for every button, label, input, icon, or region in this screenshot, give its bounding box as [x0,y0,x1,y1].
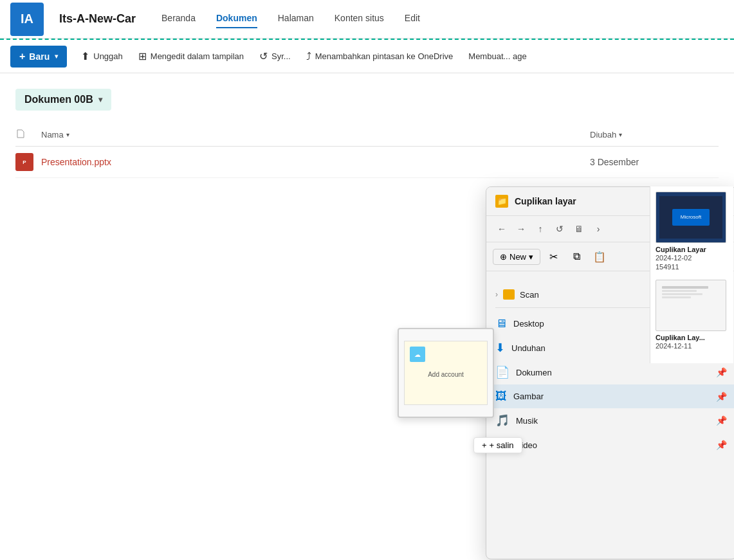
thumb-date-1: 2024-12-02 [656,253,728,262]
copy-tooltip[interactable]: + + salin [473,437,522,453]
preview-inner: ☁ Add account [404,341,488,405]
edit-view-label: Mengedit dalam tampilan [151,51,244,61]
name-col-label: Nama [41,130,64,140]
upload-label: Unggah [93,51,123,61]
nav-beranda[interactable]: Beranda [161,13,196,26]
fe-forward-button[interactable]: → [512,220,530,238]
nav-dokumen[interactable]: Dokumen [216,13,257,26]
chevron-down-icon: ▾ [55,53,58,60]
onedrive-icon: ⤴ [306,51,311,62]
fe-monitor-button[interactable]: 🖥 [570,220,588,238]
name-col-header[interactable]: Nama ▾ [41,130,590,140]
copy-label: + salin [490,440,514,450]
fe-expand-icon: › [495,290,498,299]
app-logo: IA [10,3,44,36]
grid-icon: ⊞ [138,50,147,62]
new-button-label: Baru [29,51,50,62]
nav-edit[interactable]: Edit [405,13,420,26]
file-type-icon: P [15,153,41,171]
folder-name: Dokumen 00B [24,94,93,105]
sync-button[interactable]: ↺ Syr... [253,46,297,66]
thumb-time-1: 154911 [656,262,728,271]
fe-new-plus-icon: ⊕ [500,252,507,262]
thumb-image-dark: Microsoft [656,192,726,243]
fe-musik-label: Musik [516,416,538,426]
add-account-label: Add account [428,371,464,378]
copy-plus-icon: + [482,440,487,450]
fe-expand-button[interactable]: › [589,220,607,238]
thumb-label-2: Cuplikan Lay... [656,334,728,341]
pin-icon: 📌 [716,415,727,426]
modified-col-label: Diubah [590,130,616,140]
fe-new-label: New [509,252,526,262]
modified-sort-icon: ▾ [619,131,622,138]
file-modified-date: 3 Desember [590,157,639,167]
onedrive-preview-icon: ☁ [410,347,425,362]
list-item[interactable]: 🖼 Gambar 📌 [486,384,734,408]
sync-icon: ↺ [259,50,268,62]
fe-copy-button[interactable]: ⧉ [566,246,587,267]
folder-chevron-icon: ▾ [98,95,102,104]
onedrive-label: Menambahkan pintasan ke OneDrive [315,51,454,61]
thumb-image-light [656,280,726,331]
desktop-icon: 🖥 [495,317,507,330]
folder-selector[interactable]: Dokumen 00B ▾ [15,89,111,111]
upload-button[interactable]: ⬆ Unggah [75,46,129,66]
fe-scan-folder-icon [503,289,515,300]
edit-view-button[interactable]: ⊞ Mengedit dalam tampilan [132,46,250,66]
file-preview-thumb: ☁ Add account [398,328,494,418]
fe-unduhan-label: Unduhan [511,343,546,353]
fe-new-button[interactable]: ⊕ New ▾ [493,249,540,265]
top-nav: IA Its-A-New-Car Beranda Dokumen Halaman… [0,0,734,39]
sync-label: Syr... [271,51,291,61]
download-icon: ⬇ [495,341,505,355]
pptx-icon: P [15,153,33,171]
picture-icon: 🖼 [495,390,507,403]
fe-up-button[interactable]: ↑ [531,220,549,238]
fe-paste-button[interactable]: 📋 [589,246,610,267]
pin-icon: 📌 [716,392,727,402]
thumbnails-panel: Microsoft Cuplikan Layar 2024-12-02 1549… [650,186,733,363]
document-icon: 📄 [495,365,509,379]
list-item[interactable]: 🎵 Musik 📌 [486,408,734,433]
list-item[interactable]: 📄 Dokumen 📌 [486,360,734,384]
app-title: Its-A-New-Car [59,12,136,26]
toolbar: + Baru ▾ ⬆ Unggah ⊞ Mengedit dalam tampi… [0,40,734,73]
file-list-header: Nama ▾ Diubah ▾ [15,123,719,147]
fe-desktop-label: Desktop [513,319,544,329]
nav-halaman[interactable]: Halaman [278,13,314,26]
file-name: Presentation.pptx [41,157,111,167]
create-button[interactable]: Membuat... age [462,48,533,65]
fe-refresh-button[interactable]: ↺ [551,220,569,238]
nav-konten-situs[interactable]: Konten situs [335,13,384,26]
list-item[interactable]: 🎬 Video 📌 [486,433,734,457]
create-label: Membuat... age [468,51,526,61]
icon-col-header [15,129,41,141]
name-sort-icon: ▾ [66,131,69,138]
thumbnail-item[interactable]: Cuplikan Lay... 2024-12-11 [656,280,728,350]
fe-gambar-label: Gambar [513,392,544,401]
fe-scan-label: Scan [520,290,539,300]
music-icon: 🎵 [495,413,509,428]
thumb-date-2: 2024-12-11 [656,341,728,350]
fe-cut-button[interactable]: ✂ [543,246,564,267]
onedrive-button[interactable]: ⤴ Menambahkan pintasan ke OneDrive [300,47,460,66]
table-row[interactable]: P Presentation.pptx 3 Desember [15,147,719,178]
plus-icon: + [19,51,25,62]
fe-new-chevron-icon: ▾ [529,252,533,262]
fe-folder-icon: 📁 [495,195,508,208]
upload-icon: ⬆ [81,50,89,62]
nav-links: Beranda Dokumen Halaman Konten situs Edi… [161,13,420,26]
fe-back-button[interactable]: ← [493,220,511,238]
pin-icon: 📌 [716,367,727,377]
pin-icon: 📌 [716,440,727,450]
content-area: Dokumen 00B ▾ Nama ▾ Diubah ▾ P Presenta… [0,73,734,178]
file-icon-header [15,129,26,139]
modified-col-header[interactable]: Diubah ▾ [590,130,719,140]
thumb-label-1: Cuplikan Layar [656,246,728,253]
fe-dokumen-label: Dokumen [516,368,552,377]
thumbnail-item[interactable]: Microsoft Cuplikan Layar 2024-12-02 1549… [656,192,728,272]
new-button[interactable]: + Baru ▾ [10,46,67,68]
